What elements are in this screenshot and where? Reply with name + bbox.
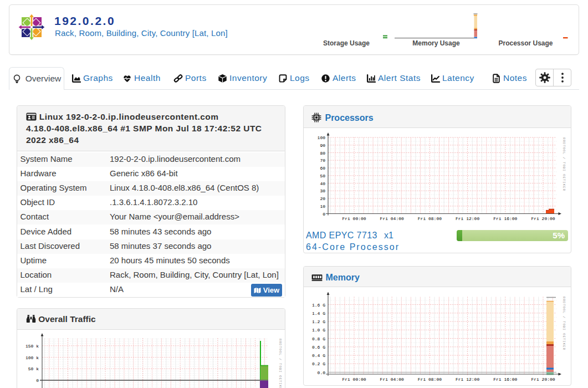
svg-text:RRDTOOL / TOBI OETIKER: RRDTOOL / TOBI OETIKER xyxy=(562,137,566,191)
svg-text:Fri 20:00: Fri 20:00 xyxy=(531,216,555,221)
svg-text:10: 10 xyxy=(320,204,325,209)
svg-text:1.2 G: 1.2 G xyxy=(312,319,325,324)
svg-text:0.2 G: 0.2 G xyxy=(312,361,325,366)
svg-text:RRDTOOL / TOBI OETIKER: RRDTOOL / TOBI OETIKER xyxy=(562,297,566,350)
svg-text:40: 40 xyxy=(320,181,325,186)
svg-text:RRDTOOL / TOBI OETIKER: RRDTOOL / TOBI OETIKER xyxy=(278,339,282,388)
svg-text:20: 20 xyxy=(320,196,325,201)
svg-text:150 k: 150 k xyxy=(25,344,39,349)
svg-text:Fri 00:00: Fri 00:00 xyxy=(342,216,366,221)
svg-text:0.0: 0.0 xyxy=(318,370,326,375)
svg-text:70: 70 xyxy=(320,158,325,163)
svg-text:Fri 00:00: Fri 00:00 xyxy=(342,377,366,382)
svg-text:100: 100 xyxy=(318,135,326,140)
svg-text:0.4 G: 0.4 G xyxy=(312,353,325,358)
svg-text:Fri 04:00: Fri 04:00 xyxy=(380,216,404,221)
svg-text:1.0 G: 1.0 G xyxy=(312,328,325,333)
svg-text:Fri 16:00: Fri 16:00 xyxy=(493,216,517,221)
svg-text:30: 30 xyxy=(320,188,325,193)
svg-text:0.6 G: 0.6 G xyxy=(312,345,325,350)
svg-text:50 k: 50 k xyxy=(28,366,39,371)
svg-text:1.4 G: 1.4 G xyxy=(312,311,325,316)
svg-text:0: 0 xyxy=(323,212,325,217)
svg-text:1.6 G: 1.6 G xyxy=(312,303,325,308)
svg-text:60: 60 xyxy=(320,166,325,171)
svg-text:80: 80 xyxy=(320,151,325,156)
svg-text:0: 0 xyxy=(36,378,39,383)
svg-text:Fri 12:00: Fri 12:00 xyxy=(456,377,479,382)
svg-text:Fri 04:00: Fri 04:00 xyxy=(380,377,404,382)
svg-text:Fri 16:00: Fri 16:00 xyxy=(493,377,517,382)
svg-text:Fri 08:00: Fri 08:00 xyxy=(418,216,442,221)
svg-text:Fri 20:00: Fri 20:00 xyxy=(531,377,555,382)
svg-text:0.8 G: 0.8 G xyxy=(312,336,325,341)
svg-text:Fri 12:00: Fri 12:00 xyxy=(456,216,479,221)
svg-text:90: 90 xyxy=(320,143,325,148)
svg-text:50: 50 xyxy=(320,173,325,178)
svg-text:Fri 08:00: Fri 08:00 xyxy=(418,377,442,382)
svg-text:100 k: 100 k xyxy=(25,355,39,360)
